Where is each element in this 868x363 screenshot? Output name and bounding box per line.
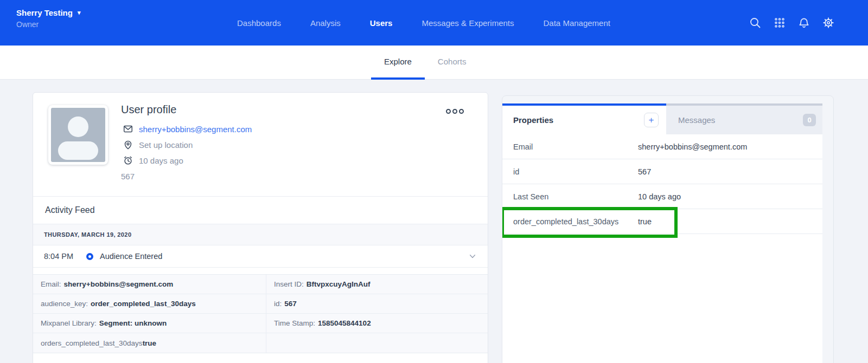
activity-date-header: THURSDAY, MARCH 19, 2020 xyxy=(33,224,488,245)
nav-item-messages-experiments[interactable]: Messages & Experiments xyxy=(422,18,514,28)
profile-lastseen-text: 10 days ago xyxy=(139,156,183,165)
chevron-down-icon[interactable] xyxy=(468,252,477,261)
tab-cohorts[interactable]: Cohorts xyxy=(425,46,480,80)
property-row-id: id 567 xyxy=(502,159,822,184)
project-selector[interactable]: Sherry Testing ▾ Owner xyxy=(16,8,80,29)
property-row-email: Email sherry+bobbins@segment.com xyxy=(502,134,822,159)
tab-messages-label: Messages xyxy=(678,115,715,125)
event-detail-table: Email:sherry+bobbins@segment.com Insert … xyxy=(33,274,488,353)
properties-tab-row: Properties + Messages 0 xyxy=(502,103,833,134)
detail-cell: Email:sherry+bobbins@segment.com xyxy=(33,275,266,294)
detail-cell: id:567 xyxy=(266,294,488,314)
page-tabbar: Explore Cohorts xyxy=(0,46,868,80)
search-icon[interactable] xyxy=(749,17,761,29)
tab-properties-label: Properties xyxy=(513,115,553,125)
property-row-order-completed: order_completed_last_30days true xyxy=(502,209,822,234)
project-name: Sherry Testing xyxy=(16,8,73,17)
alarm-clock-icon xyxy=(123,155,133,166)
event-time: 8:04 PM xyxy=(44,252,86,261)
set-up-location-link[interactable]: Set up location xyxy=(139,140,193,150)
location-pin-icon xyxy=(123,139,133,150)
profile-email-link[interactable]: sherry+bobbins@segment.com xyxy=(139,125,252,134)
profile-email-row: sherry+bobbins@segment.com xyxy=(123,124,252,134)
detail-cell: audience_key:order_completed_last_30days xyxy=(33,294,266,314)
apps-grid-icon[interactable] xyxy=(774,17,786,29)
property-value: 567 xyxy=(638,167,651,176)
event-name: Audience Entered xyxy=(100,252,162,261)
nav-item-analysis[interactable]: Analysis xyxy=(310,18,341,28)
header-icons xyxy=(749,0,834,46)
detail-cell-empty xyxy=(266,333,488,353)
top-header: Sherry Testing ▾ Owner Dashboards Analys… xyxy=(0,0,868,46)
profile-location-row: Set up location xyxy=(123,139,193,150)
event-dot-icon xyxy=(86,253,93,260)
user-profile-card: User profile sherry+bobbins@segment.com … xyxy=(33,92,488,363)
avatar-body-shape xyxy=(58,141,98,160)
envelope-icon xyxy=(123,124,133,134)
activity-feed-title: Activity Feed xyxy=(33,197,488,224)
nav-item-users[interactable]: Users xyxy=(370,18,393,28)
property-label: id xyxy=(502,167,638,176)
property-value-email-link[interactable]: sherry+bobbins@segment.com xyxy=(638,142,747,151)
tab-explore[interactable]: Explore xyxy=(371,46,425,80)
detail-cell: Insert ID:BftvpxcuyAgInAuf xyxy=(266,275,488,294)
property-value: 10 days ago xyxy=(638,192,681,201)
profile-section: User profile sherry+bobbins@segment.com … xyxy=(33,93,488,197)
properties-list: Email sherry+bobbins@segment.com id 567 … xyxy=(502,134,822,363)
notifications-bell-icon[interactable] xyxy=(798,17,810,29)
detail-cell: Mixpanel Library:Segment: unknown xyxy=(33,314,266,333)
tab-messages[interactable]: Messages 0 xyxy=(666,103,822,134)
avatar-head-shape xyxy=(68,116,88,137)
property-label: Email xyxy=(502,142,638,151)
content-area: User profile sherry+bobbins@segment.com … xyxy=(0,80,868,363)
add-property-button[interactable]: + xyxy=(644,113,659,127)
chevron-down-icon: ▾ xyxy=(78,9,81,16)
nav-item-data-management[interactable]: Data Management xyxy=(544,18,610,28)
nav-item-dashboards[interactable]: Dashboards xyxy=(237,18,281,28)
property-label: Last Seen xyxy=(502,192,638,201)
main-nav: Dashboards Analysis Users Messages & Exp… xyxy=(237,0,610,46)
profile-title: User profile xyxy=(121,103,176,116)
properties-panel: Properties + Messages 0 Email sherry+bob… xyxy=(502,95,834,363)
settings-gear-icon[interactable] xyxy=(822,17,834,29)
activity-event-row[interactable]: 8:04 PM Audience Entered xyxy=(33,245,488,268)
profile-id-text: 567 xyxy=(121,172,135,181)
property-row-last-seen: Last Seen 10 days ago xyxy=(502,184,822,209)
property-label: order_completed_last_30days xyxy=(502,217,638,226)
messages-count-badge: 0 xyxy=(803,114,816,126)
project-role: Owner xyxy=(16,20,80,29)
more-options-icon[interactable] xyxy=(444,107,466,116)
profile-lastseen-row: 10 days ago xyxy=(123,155,183,166)
detail-cell: Time Stamp:1585045844102 xyxy=(266,314,488,333)
property-value: true xyxy=(638,217,652,226)
tab-properties[interactable]: Properties + xyxy=(502,103,666,134)
avatar xyxy=(48,105,108,165)
detail-cell: orders_completed_last_30daystrue xyxy=(33,333,266,353)
